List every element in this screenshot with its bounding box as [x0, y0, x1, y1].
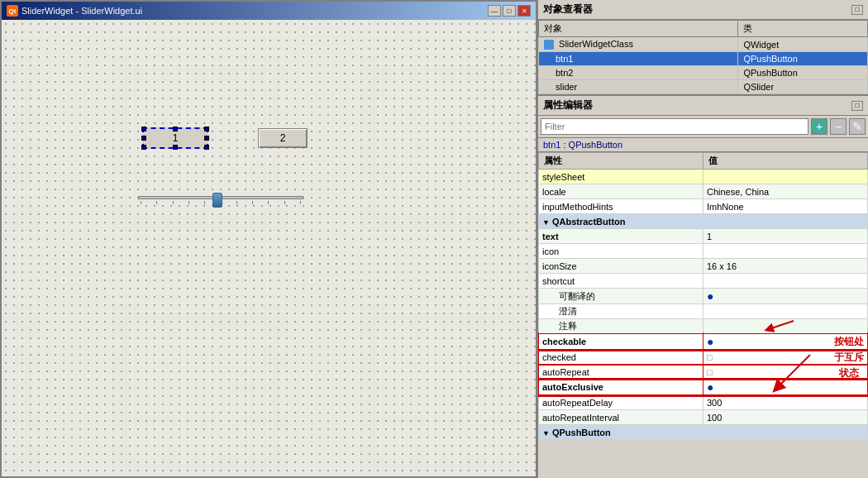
- prop-name: autoRepeat: [539, 365, 703, 380]
- bullet-empty: □: [707, 352, 713, 362]
- maximize-button[interactable]: □: [503, 5, 516, 17]
- prop-row[interactable]: 可翻译的 ●: [539, 289, 868, 304]
- svg-line-0: [769, 321, 794, 329]
- prop-name: checked: [539, 350, 703, 365]
- restore-btn2[interactable]: □: [851, 101, 863, 111]
- minimize-button[interactable]: —: [488, 5, 501, 17]
- tick: [236, 201, 237, 204]
- filter-input[interactable]: [541, 118, 808, 135]
- prop-name: autoExclusive: [539, 380, 703, 395]
- right-panel: 对象查看器 □ 对象 类 SliderWidgetClass QWidget: [537, 0, 868, 478]
- prop-row[interactable]: 澄清: [539, 304, 868, 319]
- tick: [173, 201, 174, 204]
- slider-thumb[interactable]: [212, 193, 222, 208]
- prop-name: autoRepeatInterval: [539, 410, 703, 425]
- prop-value: [703, 244, 868, 259]
- obj-row[interactable]: btn2 QPushButton: [539, 66, 868, 80]
- object-inspector-title: 对象查看器: [543, 2, 593, 17]
- prop-value: □: [703, 350, 868, 365]
- handle-tl[interactable]: [141, 127, 146, 131]
- btn2-widget[interactable]: 2: [258, 128, 308, 148]
- bullet-empty: □: [707, 367, 713, 377]
- prop-value: Chinese, China: [703, 184, 868, 199]
- handle-bm[interactable]: [173, 145, 178, 150]
- handle-tr[interactable]: [204, 127, 209, 131]
- prop-value: [703, 274, 868, 289]
- tick: [300, 201, 301, 204]
- object-inspector: 对象查看器 □ 对象 类 SliderWidgetClass QWidget: [538, 0, 868, 96]
- obj-name-cell: btn1: [539, 52, 738, 66]
- obj-col-object: 对象: [539, 21, 738, 37]
- prop-row-shortcut[interactable]: shortcut: [539, 274, 868, 289]
- btn1-widget[interactable]: 1: [142, 127, 208, 149]
- bullet-filled: ●: [707, 335, 713, 348]
- property-table-wrapper[interactable]: 属性 值 styleSheet locale Chinese, China: [538, 152, 868, 478]
- prop-row-checked[interactable]: checked □: [539, 350, 868, 365]
- group-toggle-icon2[interactable]: ▼: [542, 429, 550, 437]
- context-obj-name: btn1: [543, 140, 560, 150]
- grid-background[interactable]: 1 2: [2, 20, 536, 476]
- handle-mr[interactable]: [204, 136, 209, 141]
- obj-class-cell: QPushButton: [738, 66, 868, 80]
- prop-name: 澄清: [539, 304, 703, 319]
- prop-row[interactable]: locale Chinese, China: [539, 184, 868, 199]
- prop-value: [703, 170, 868, 184]
- prop-value: 300: [703, 395, 868, 410]
- restore-button[interactable]: □: [851, 5, 863, 15]
- prop-name: styleSheet: [539, 170, 703, 184]
- prop-value: 16 x 16: [703, 259, 868, 274]
- slider-container: [138, 189, 303, 206]
- prop-row[interactable]: styleSheet: [539, 170, 868, 184]
- prop-value: ●: [703, 334, 868, 350]
- btn1-container: 1: [142, 127, 208, 149]
- obj-row-selected[interactable]: btn1 QPushButton: [539, 52, 868, 66]
- title-bar-left: Qt SliderWidget - SliderWidget.ui: [7, 5, 142, 17]
- obj-class-cell: QPushButton: [738, 52, 868, 66]
- property-editor: 属性编辑器 □ + − ✎ btn1 : QPushButton 属性 值: [538, 96, 868, 478]
- close-button[interactable]: ✕: [517, 5, 531, 17]
- tick: [156, 201, 157, 204]
- obj-row[interactable]: SliderWidgetClass QWidget: [539, 37, 868, 52]
- tick: [252, 201, 253, 204]
- handle-tm[interactable]: [173, 127, 178, 131]
- prop-value: [703, 304, 868, 319]
- prop-row[interactable]: text 1: [539, 229, 868, 244]
- remove-prop-button[interactable]: −: [830, 118, 847, 135]
- qt-icon: Qt: [7, 5, 18, 17]
- prop-name: checkable: [539, 334, 703, 350]
- prop-group-header-qpush: ▼QPushButton: [539, 425, 868, 440]
- prop-name: icon: [539, 244, 703, 259]
- prop-row-checkable[interactable]: checkable ●: [539, 334, 868, 350]
- prop-row-autorepeat[interactable]: autoRepeat □: [539, 365, 868, 380]
- prop-row[interactable]: inputMethodHints ImhNone: [539, 199, 868, 214]
- prop-row[interactable]: iconSize 16 x 16: [539, 259, 868, 274]
- tick: [268, 201, 269, 204]
- prop-row[interactable]: icon: [539, 244, 868, 259]
- prop-col-name: 属性: [539, 153, 703, 170]
- obj-row[interactable]: slider QSlider: [539, 80, 868, 94]
- obj-class-cell: QSlider: [738, 80, 868, 94]
- prop-value: □: [703, 365, 868, 380]
- edit-prop-button[interactable]: ✎: [849, 118, 866, 135]
- prop-name: text: [539, 229, 703, 244]
- group-toggle-icon[interactable]: ▼: [542, 218, 550, 227]
- handle-ml[interactable]: [141, 136, 146, 141]
- handle-br[interactable]: [204, 145, 209, 150]
- designer-canvas: 1 2: [2, 20, 536, 476]
- red-arrow-svg: [752, 319, 802, 332]
- prop-row[interactable]: autoRepeatDelay 300: [539, 395, 868, 410]
- prop-value: ●: [703, 289, 868, 304]
- obj-name-cell: slider: [539, 80, 738, 94]
- handle-bl[interactable]: [141, 145, 146, 150]
- prop-row[interactable]: autoRepeatInterval 100: [539, 410, 868, 425]
- prop-name: shortcut: [539, 274, 703, 289]
- prop-row-autoexclusive[interactable]: autoExclusive ●: [539, 380, 868, 395]
- slider-line: [138, 196, 303, 199]
- obj-col-class: 类: [738, 21, 868, 37]
- slider-track[interactable]: [138, 189, 303, 206]
- bullet-filled: ●: [707, 289, 713, 303]
- prop-row-annotation[interactable]: 注释: [539, 319, 868, 334]
- add-prop-button[interactable]: +: [811, 118, 827, 135]
- prop-value: ImhNone: [703, 199, 868, 214]
- title-buttons: — □ ✕: [488, 5, 531, 17]
